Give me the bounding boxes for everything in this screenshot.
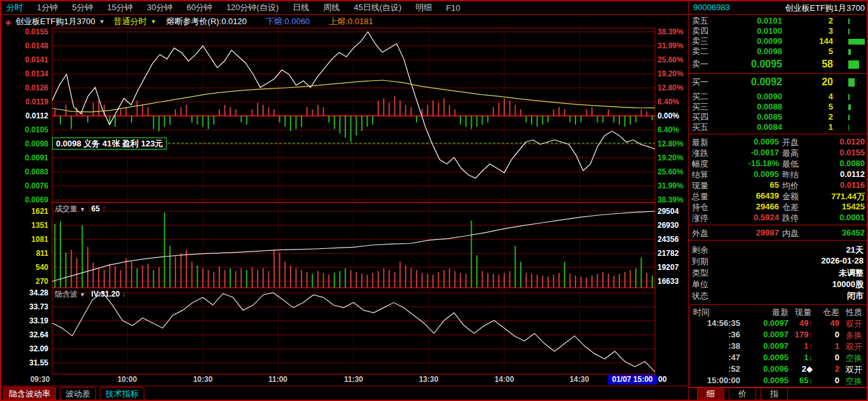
- indicator-tabs: 隐含波动率波动差技术指标: [3, 387, 144, 401]
- end-time-suffix: 00: [658, 375, 666, 384]
- info-value: 闭市: [731, 290, 864, 302]
- mode-selector[interactable]: 普通分时: [114, 16, 147, 27]
- info-label: 剩余: [692, 244, 730, 256]
- iv-axis-label: 31.55: [0, 358, 48, 367]
- menu-item-周线[interactable]: 周线: [323, 2, 340, 13]
- order-book-price[interactable]: 0.0095: [699, 57, 782, 72]
- volume-axis-label: 811: [0, 249, 48, 258]
- tab-技术指标[interactable]: 技术指标: [100, 387, 144, 401]
- menu-item-明细[interactable]: 明细: [415, 2, 432, 13]
- volume-current-value: 65: [92, 204, 100, 213]
- end-time-highlight: 01/07 15:00: [608, 375, 657, 384]
- stat-value: -0.0017: [699, 148, 779, 157]
- menu-item-120分钟(自设)[interactable]: 120分钟(自设): [226, 2, 279, 13]
- dropdown-arrow-icon[interactable]: ▼: [151, 18, 156, 25]
- order-book-volume: 4: [789, 92, 833, 102]
- dropdown-arrow-icon[interactable]: ▼: [79, 292, 85, 298]
- time-axis-label: 11:30: [334, 375, 373, 384]
- dropdown-arrow-icon[interactable]: ▼: [79, 206, 85, 213]
- tx-volume: 49↑: [777, 318, 813, 328]
- order-book-volume: 1: [789, 122, 833, 132]
- stat-value: 0.0120: [789, 137, 865, 146]
- time-axis-label: 10:00: [108, 375, 146, 384]
- open-interest-axis-label: 19207: [658, 263, 696, 272]
- order-book-volume: 58: [789, 57, 833, 72]
- order-book-volume-bar: [848, 29, 850, 34]
- menu-item-F10[interactable]: F10: [446, 3, 460, 13]
- iv-axis-label: 32.64: [0, 330, 48, 339]
- order-book-price[interactable]: 0.0101: [699, 16, 782, 26]
- tx-time: 15:00:00: [691, 376, 740, 385]
- order-book-price[interactable]: 0.0088: [699, 102, 782, 112]
- time-axis-label: 14:30: [560, 375, 598, 384]
- volume-label-text: 成交量: [55, 204, 78, 213]
- order-book-volume-bar: [848, 60, 859, 69]
- time-axis-label: 13:30: [410, 375, 448, 384]
- info-value: 21天: [731, 244, 864, 256]
- order-book-price[interactable]: 0.0100: [699, 26, 782, 36]
- percent-axis-label: 12.80%: [658, 139, 696, 148]
- order-book-price[interactable]: 0.0084: [699, 122, 782, 132]
- tx-oi-diff: 0: [815, 376, 839, 385]
- tx-time: 14:56:35: [691, 318, 740, 328]
- stat-value: 66439: [699, 191, 779, 200]
- down-arrow-icon: ↓: [809, 376, 813, 385]
- order-book-volume-bar: [848, 125, 849, 130]
- price-axis-label: 0.0105: [0, 125, 48, 134]
- price-axis-label: 0.0076: [0, 181, 48, 190]
- menu-item-分时[interactable]: 分时: [6, 2, 23, 13]
- tx-header: 时间: [693, 307, 731, 318]
- symbol-selector[interactable]: 创业板ETF购1月3700: [15, 16, 95, 27]
- tx-header: 性质: [846, 307, 865, 318]
- stat-value: 15425: [789, 202, 865, 211]
- price-axis-label: 0.0119: [0, 97, 48, 106]
- time-axis-label: 10:30: [184, 375, 222, 384]
- menu-item-15分钟[interactable]: 15分钟: [107, 2, 132, 13]
- order-book-price[interactable]: 0.0098: [699, 46, 782, 57]
- tab-波动差[interactable]: 波动差: [60, 387, 96, 401]
- order-book-price[interactable]: 0.0085: [699, 112, 782, 122]
- tx-nature: 双开: [846, 341, 866, 353]
- order-book-volume-bar: [848, 115, 850, 120]
- percent-axis-label: 6.40%: [658, 125, 696, 134]
- stat-value: 0.0116: [789, 180, 865, 190]
- tab-细[interactable]: 细: [697, 388, 724, 400]
- price-axis-label: 0.0141: [0, 55, 48, 64]
- stat-value: 0.0095: [699, 169, 779, 179]
- tab-指[interactable]: 指: [761, 388, 788, 400]
- tx-volume-number: 1: [804, 353, 808, 362]
- percent-axis-label: 6.40%: [658, 97, 696, 106]
- menu-item-1分钟[interactable]: 1分钟: [37, 2, 58, 13]
- iv-axis-label: 33.73: [0, 302, 48, 311]
- order-book-price[interactable]: 0.0092: [699, 74, 782, 90]
- open-interest-axis-label: 29504: [658, 207, 696, 216]
- order-book-price[interactable]: 0.0090: [699, 92, 782, 102]
- dropdown-arrow-icon[interactable]: ▼: [99, 18, 105, 25]
- menu-item-30分钟[interactable]: 30分钟: [147, 2, 172, 13]
- menu-item-5分钟[interactable]: 5分钟: [72, 2, 93, 13]
- stat-value: 771.44万: [789, 191, 865, 202]
- menu-item-45日线(自设)[interactable]: 45日线(自设): [354, 2, 401, 13]
- menu-item-日线[interactable]: 日线: [293, 2, 309, 13]
- upper-fuse-price: 上熔:0.0181: [329, 16, 373, 27]
- tx-volume: 65↓: [777, 376, 813, 385]
- price-axis-label: 0.0098: [0, 139, 48, 148]
- panel-separator: [689, 240, 868, 241]
- tab-价[interactable]: 价: [729, 388, 756, 400]
- stat-value: 0.0155: [789, 148, 865, 157]
- stat-value: 65: [699, 180, 779, 190]
- tx-nature: 双开: [846, 364, 866, 376]
- order-book-volume: 144: [789, 36, 833, 46]
- info-value: 2026-01-28: [731, 256, 864, 265]
- order-book-price[interactable]: 0.0099: [699, 36, 782, 46]
- percent-axis-label: 38.39%: [658, 27, 696, 36]
- tx-time: :47: [691, 353, 740, 362]
- info-label: 到期: [692, 256, 730, 267]
- menu-item-60分钟[interactable]: 60分钟: [186, 2, 212, 13]
- iv-label-text: 隐含波: [55, 290, 78, 299]
- info-label: 状态: [692, 290, 730, 302]
- stat-value: 29466: [699, 202, 779, 211]
- tab-隐含波动率[interactable]: 隐含波动率: [3, 387, 56, 401]
- volume-axis-label: 1081: [0, 235, 48, 244]
- tx-volume: 1↑: [777, 341, 813, 351]
